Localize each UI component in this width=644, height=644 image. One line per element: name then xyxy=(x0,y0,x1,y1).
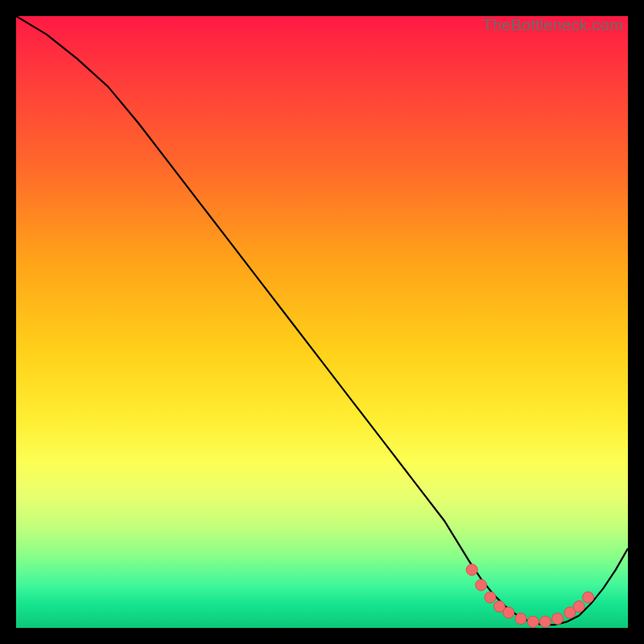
watermark-text: TheBottleneck.com xyxy=(482,16,623,35)
curve-marker xyxy=(466,564,477,576)
curve-marker xyxy=(515,613,526,625)
curve-marker xyxy=(485,592,496,603)
curve-marker xyxy=(493,601,505,612)
curve-path xyxy=(16,16,628,625)
plot-area: TheBottleneck.com xyxy=(16,16,628,628)
marker-group xyxy=(466,564,593,628)
curve-marker xyxy=(476,580,487,591)
curve-marker xyxy=(564,607,576,618)
curve-marker xyxy=(503,607,514,618)
bottleneck-curve xyxy=(16,16,628,628)
curve-marker xyxy=(552,613,564,625)
curve-marker xyxy=(583,592,594,603)
curve-marker xyxy=(539,616,551,627)
chart-frame: TheBottleneck.com xyxy=(0,0,644,644)
curve-marker xyxy=(573,601,584,612)
curve-marker xyxy=(527,616,539,627)
